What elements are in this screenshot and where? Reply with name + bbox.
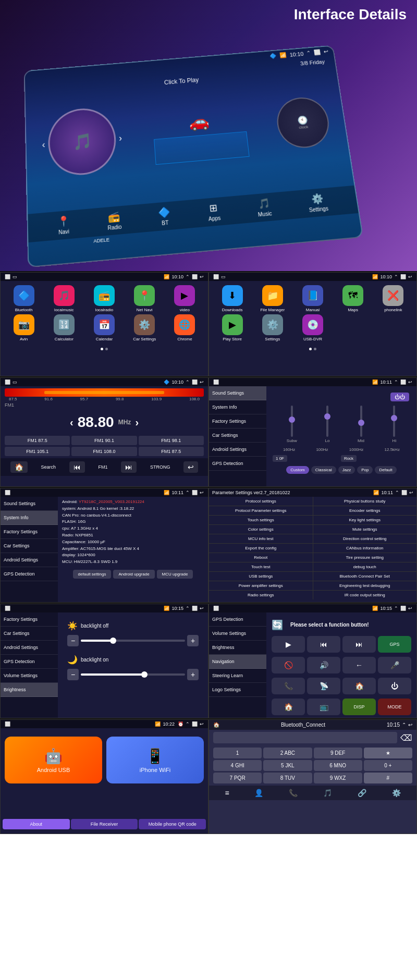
si-menu-gps[interactable]: GPS Detection (1, 567, 58, 581)
nav-item-radio[interactable]: 📻 Radio (107, 210, 122, 231)
menu-factory-settings[interactable]: Factory Settings (209, 414, 266, 428)
app-carsettings[interactable]: ⚙️ Car Settings (126, 314, 164, 341)
bt-key-6mno[interactable]: 6 MNO (314, 760, 362, 771)
gps-next-btn[interactable]: ⏭ (342, 636, 376, 653)
param-usb[interactable]: USB settings (209, 572, 313, 581)
param-protocol[interactable]: Protocol settings (209, 497, 313, 506)
app-settings2[interactable]: ⚙️ Settings (253, 314, 291, 341)
radio-prev-track-btn[interactable]: ⏮ (69, 461, 85, 473)
app-video[interactable]: ▶ video (166, 285, 204, 312)
preset-6[interactable]: FM1 87.5 (139, 447, 204, 456)
param-protocol-param[interactable]: Protocol Parameter settings (209, 506, 313, 515)
br-menu-gps[interactable]: GPS Detection (1, 655, 58, 669)
param-direction[interactable]: Direction control setting (313, 534, 417, 543)
gps-play-btn[interactable]: ▶ (272, 636, 305, 653)
radio-back-ctrl-btn[interactable]: ↩ (183, 461, 198, 473)
eq-power-btn[interactable]: ⏻⏻ (390, 393, 409, 401)
app-calendar[interactable]: 📅 Calendar (85, 314, 123, 341)
br-menu-volume[interactable]: Volume Settings (1, 669, 58, 683)
bt-key-8tuv[interactable]: 8 TUV (263, 773, 312, 783)
bt-key-4ghi[interactable]: 4 GHI (213, 760, 262, 771)
backlight-off-minus[interactable]: − (67, 635, 79, 646)
android-file-receiver-btn[interactable]: File Receiver (71, 819, 138, 829)
gps-menu-navigation[interactable]: Navigation (209, 655, 266, 669)
app-netnavi[interactable]: 📍 Net Navi (126, 285, 164, 312)
radio-home-btn[interactable]: 🏠 (10, 461, 28, 473)
param-tire[interactable]: Tire pressure setting (313, 553, 417, 562)
bt-key-7pqr[interactable]: 7 PQR (213, 773, 262, 783)
gps-menu-brightness[interactable]: Brightness (209, 641, 266, 655)
prev-icon[interactable]: ‹ (42, 139, 45, 150)
radio-next-track-btn[interactable]: ⏭ (121, 461, 137, 473)
param-debug-touch[interactable]: debug touch (313, 562, 417, 571)
gps-menu-logo[interactable]: Logo Settings (209, 683, 266, 697)
app-phonelink[interactable]: ❌ phonelink (374, 285, 412, 312)
gps-menu-detection[interactable]: GPS Detection (209, 612, 266, 627)
android-qr-btn[interactable]: Mobile phone QR code (139, 819, 206, 829)
bt-key-hash[interactable]: # (364, 773, 412, 783)
param-amp[interactable]: Power amplifier settings (209, 581, 313, 590)
nav-item-settings[interactable]: ⚙️ Settings (307, 192, 329, 213)
bt-key-1[interactable]: 1 (213, 748, 262, 758)
backlight-off-thumb[interactable] (110, 638, 116, 644)
preset-jazz[interactable]: Jazz (338, 466, 355, 474)
gps-mic-btn[interactable]: 🎤 (378, 657, 411, 673)
menu-gps-detection[interactable]: GPS Detection (209, 457, 266, 471)
param-mute[interactable]: Mute settings (313, 525, 417, 534)
bt-key-9def[interactable]: 9 DEF (314, 748, 362, 758)
br-menu-android[interactable]: Android Settings (1, 641, 58, 655)
default-settings-btn[interactable]: default settings (73, 570, 112, 579)
preset-4[interactable]: FM1 105.1 (5, 447, 70, 456)
param-keylight[interactable]: Key light settings (313, 516, 417, 524)
eq-track-subw[interactable] (291, 406, 293, 437)
menu-android-settings[interactable]: Android Settings (209, 443, 266, 457)
radio-prev-btn[interactable]: ‹ (70, 416, 73, 428)
gps-disp-btn[interactable]: DISP (342, 699, 376, 715)
app-localmusic[interactable]: 🎵 localmusic (45, 285, 83, 312)
param-mcu-test[interactable]: MCU info test (209, 534, 313, 543)
si-menu-sound[interactable]: Sound Settings (1, 497, 58, 511)
backlight-on-thumb[interactable] (141, 671, 148, 678)
app-downloads[interactable]: ⬇ Downloads (213, 285, 251, 312)
bt-menu-icon[interactable]: ≡ (225, 789, 229, 797)
nav-item-navi[interactable]: 📍 Navi (57, 215, 70, 236)
gps-power-btn[interactable]: ⏻ (378, 678, 411, 694)
nav-item-music[interactable]: 🎵 Music (256, 197, 272, 217)
bt-music-icon[interactable]: 🎵 (323, 789, 332, 797)
param-radio[interactable]: Radio settings (209, 591, 313, 599)
si-menu-android[interactable]: Android Settings (1, 553, 58, 567)
mcu-upgrade-btn[interactable]: MCU upgrade (157, 570, 193, 579)
eq-track-hi[interactable] (393, 406, 395, 437)
nav-item-apps[interactable]: ⊞ Apps (207, 202, 221, 222)
menu-system-info[interactable]: System Info (209, 400, 266, 414)
preset-5[interactable]: FM1 108.0 (71, 447, 137, 456)
br-menu-factory[interactable]: Factory Settings (1, 612, 58, 627)
eq-thumb-mid[interactable] (358, 420, 364, 426)
gps-mute-btn[interactable]: 🚫 (272, 657, 305, 673)
app-bluetooth[interactable]: 🔷 Bluetooth (5, 285, 43, 312)
bt-call-icon[interactable]: 📞 (289, 789, 298, 797)
preset-3[interactable]: FM1 98.1 (139, 436, 204, 445)
gps-home2-btn[interactable]: 🏠 (272, 699, 305, 715)
backlight-on-minus[interactable]: − (67, 669, 79, 680)
gps-antenna-btn[interactable]: 📡 (307, 678, 340, 694)
si-menu-factory[interactable]: Factory Settings (1, 525, 58, 539)
param-ir[interactable]: IR code output setting (313, 591, 417, 599)
eq-val-1[interactable]: 1 0F (273, 455, 287, 462)
radio-next-btn[interactable]: › (135, 416, 139, 428)
backlight-off-track[interactable] (81, 640, 185, 642)
app-calculator[interactable]: 🔢 Calculator (45, 314, 83, 341)
bt-key-5jkl[interactable]: 5 JKL (263, 760, 312, 771)
app-filemanager[interactable]: 📁 File Manager (253, 285, 291, 312)
gps-menu-volume[interactable]: Volume Settings (209, 627, 266, 641)
param-export[interactable]: Export the config (209, 544, 313, 553)
param-physical[interactable]: Physical buttons study (313, 497, 417, 506)
gps-tv-btn[interactable]: 📺 (307, 699, 340, 715)
br-menu-car[interactable]: Car Settings (1, 627, 58, 641)
param-canbus[interactable]: CANbus information (313, 544, 417, 553)
menu-sound-settings[interactable]: Sound Settings (209, 386, 266, 400)
gps-left-btn[interactable]: ← (342, 657, 376, 673)
eq-track-mid[interactable] (360, 406, 362, 437)
preset-2[interactable]: FM1 90.1 (71, 436, 137, 445)
iphone-wifi-option[interactable]: 📱 iPhone WiFi (106, 737, 204, 783)
